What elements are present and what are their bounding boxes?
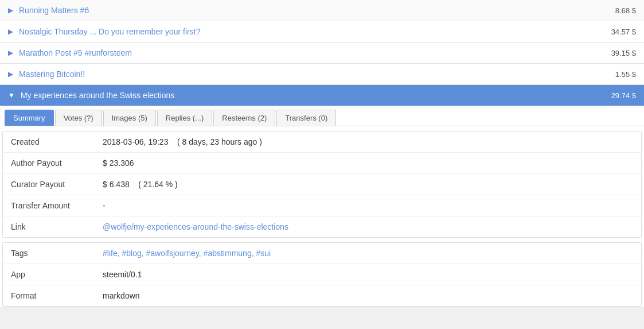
curator-payout-value: $ 6.438 ( 21.64 % ) bbox=[103, 180, 633, 189]
main-container: ▶ Running Matters #6 8.68 $ ▶ Nostalgic … bbox=[0, 0, 644, 307]
post-title: Marathon Post #5 #runforsteem bbox=[19, 48, 611, 57]
post-row-post-1[interactable]: ▶ Running Matters #6 8.68 $ bbox=[0, 0, 644, 21]
chevron-icon: ▶ bbox=[8, 70, 13, 78]
post-amount: 8.68 $ bbox=[615, 6, 636, 15]
chevron-icon: ▶ bbox=[8, 6, 13, 14]
post-amount: 39.15 $ bbox=[611, 49, 636, 57]
created-date: 2018-03-06, 19:23 bbox=[103, 137, 168, 146]
tab-votes[interactable]: Votes (?) bbox=[55, 110, 102, 126]
curator-payout-row: Curator Payout $ 6.438 ( 21.64 % ) bbox=[3, 174, 641, 195]
summary-section-2: Tags #life, #blog, #awolfsjourney, #abst… bbox=[2, 242, 642, 307]
author-payout-value: $ 23.306 bbox=[103, 158, 633, 168]
summary-section-1: Created 2018-03-06, 19:23 ( 8 days, 23 h… bbox=[2, 131, 642, 238]
post-title: Running Matters #6 bbox=[19, 6, 615, 15]
tags-row: Tags #life, #blog, #awolfsjourney, #abst… bbox=[3, 243, 641, 264]
post-title: Mastering Bitcoin!! bbox=[19, 69, 615, 79]
created-row: Created 2018-03-06, 19:23 ( 8 days, 23 h… bbox=[3, 131, 641, 153]
link-value[interactable]: @wolfje/my-experiences-around-the-swiss-… bbox=[103, 222, 633, 231]
post-row-post-4[interactable]: ▶ Mastering Bitcoin!! 1.55 $ bbox=[0, 64, 644, 85]
link-row: Link @wolfje/my-experiences-around-the-s… bbox=[3, 216, 641, 237]
tab-replies[interactable]: Replies (...) bbox=[157, 110, 212, 126]
author-payout-label: Author Payout bbox=[11, 158, 103, 168]
tab-summary[interactable]: Summary bbox=[5, 110, 54, 126]
post-amount: 1.55 $ bbox=[615, 70, 636, 79]
tags-value: #life, #blog, #awolfsjourney, #abstimmun… bbox=[103, 249, 633, 258]
chevron-icon: ▶ bbox=[8, 28, 13, 36]
post-row-post-3[interactable]: ▶ Marathon Post #5 #runforsteem 39.15 $ bbox=[0, 42, 644, 64]
transfer-amount-value: - bbox=[103, 201, 633, 210]
app-label: App bbox=[11, 270, 103, 279]
transfer-amount-label: Transfer Amount bbox=[11, 201, 103, 210]
app-row: App steemit/0.1 bbox=[3, 264, 641, 285]
created-ago: ( 8 days, 23 hours ago ) bbox=[177, 137, 262, 146]
created-label: Created bbox=[11, 137, 103, 146]
chevron-icon: ▼ bbox=[8, 91, 15, 99]
link-label: Link bbox=[11, 222, 103, 231]
post-title: Nostalgic Thursday ... Do you remember y… bbox=[19, 27, 611, 36]
app-value: steemit/0.1 bbox=[103, 270, 633, 279]
posts-list: ▶ Running Matters #6 8.68 $ ▶ Nostalgic … bbox=[0, 0, 644, 106]
curator-payout-label: Curator Payout bbox=[11, 180, 103, 189]
expanded-section: Summary Votes (?) Images (5) Replies (..… bbox=[0, 106, 644, 307]
transfer-amount-row: Transfer Amount - bbox=[3, 195, 641, 216]
tab-transfers[interactable]: Transfers (0) bbox=[276, 110, 336, 126]
post-amount: 29.74 $ bbox=[611, 91, 636, 100]
tabs-bar: Summary Votes (?) Images (5) Replies (..… bbox=[0, 106, 644, 126]
tags-label: Tags bbox=[11, 249, 103, 258]
post-row-post-2[interactable]: ▶ Nostalgic Thursday ... Do you remember… bbox=[0, 21, 644, 42]
post-title: My experiences around the Swiss election… bbox=[21, 91, 611, 100]
created-value: 2018-03-06, 19:23 ( 8 days, 23 hours ago… bbox=[103, 137, 633, 146]
format-value: markdown bbox=[103, 291, 633, 300]
format-label: Format bbox=[11, 291, 103, 300]
tab-images[interactable]: Images (5) bbox=[103, 110, 156, 126]
format-row: Format markdown bbox=[3, 285, 641, 306]
chevron-icon: ▶ bbox=[8, 49, 13, 57]
post-row-post-5[interactable]: ▼ My experiences around the Swiss electi… bbox=[0, 85, 644, 106]
author-payout-row: Author Payout $ 23.306 bbox=[3, 153, 641, 174]
tab-resteems[interactable]: Resteems (2) bbox=[213, 110, 275, 126]
post-amount: 34.57 $ bbox=[611, 28, 636, 36]
